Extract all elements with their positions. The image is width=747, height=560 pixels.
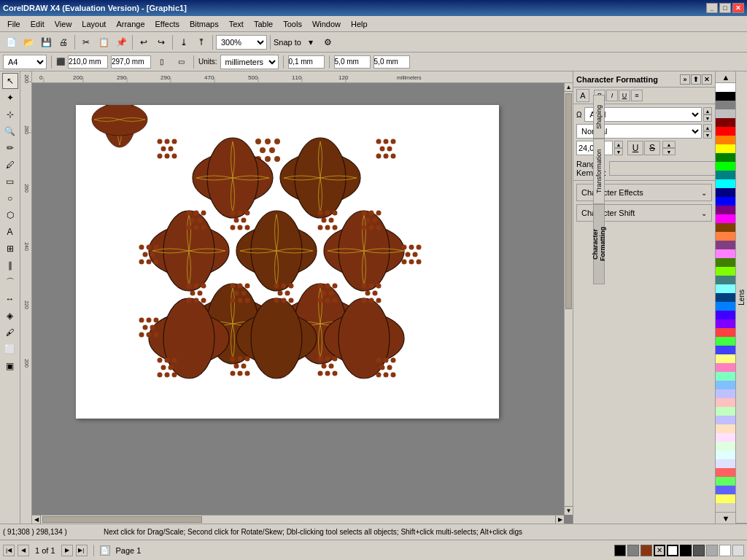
fill-color-indicator[interactable] (614, 545, 626, 556)
strikethrough-btn[interactable]: S (644, 141, 660, 155)
undo-button[interactable]: ↩ (136, 34, 152, 50)
palette-color[interactable] (716, 337, 735, 346)
palette-color[interactable] (716, 459, 735, 468)
palette-color[interactable] (716, 118, 735, 127)
close-button[interactable]: ✕ (732, 3, 744, 13)
palette-color[interactable] (716, 416, 735, 424)
paste-button[interactable]: 📌 (113, 34, 129, 50)
palette-color[interactable] (716, 302, 735, 311)
shape-tool[interactable]: ✦ (2, 90, 18, 106)
export-button[interactable]: ⤒ (193, 34, 209, 50)
rect-tool[interactable]: ▭ (2, 174, 18, 190)
snap-settings[interactable]: ⚙ (320, 34, 336, 50)
palette-color[interactable] (716, 477, 735, 486)
maximize-button[interactable]: □ (719, 3, 731, 13)
menu-arrange[interactable]: Arrange (112, 18, 149, 30)
palette-color[interactable] (716, 241, 735, 249)
font-size-down[interactable]: ▼ (614, 148, 623, 155)
palette-down[interactable]: ▼ (716, 512, 735, 524)
palette-color[interactable] (716, 249, 735, 258)
palette-color[interactable] (716, 407, 735, 416)
new-button[interactable]: 📄 (3, 34, 19, 50)
import-button[interactable]: ⤓ (176, 34, 192, 50)
light-swatch[interactable] (706, 545, 718, 556)
dimension-tool[interactable]: ↔ (2, 291, 18, 307)
palette-color[interactable] (716, 162, 735, 171)
portrait-btn[interactable]: ▯ (154, 54, 170, 70)
panel-float-btn[interactable]: ⬆ (691, 74, 701, 85)
copy-button[interactable]: 📋 (96, 34, 112, 50)
palette-color[interactable] (716, 372, 735, 381)
transformation-tab[interactable]: Transformation (593, 139, 605, 204)
palette-color[interactable] (716, 223, 735, 232)
zoom-tool[interactable]: 🔍 (2, 123, 18, 139)
palette-color[interactable] (716, 293, 735, 302)
scroll-left-arrow[interactable]: ◀ (32, 516, 41, 524)
connector-tool[interactable]: ⌒ (2, 274, 18, 290)
palette-color[interactable] (716, 486, 735, 494)
snap-dropdown[interactable]: ▾ (303, 34, 319, 50)
print-button[interactable]: 🖨 (55, 34, 71, 50)
palette-color[interactable] (716, 494, 735, 503)
landscape-btn[interactable]: ▭ (173, 54, 189, 70)
page-icon[interactable]: 📄 (100, 545, 110, 556)
char-formatting-tab[interactable]: Character Formatting (593, 204, 605, 284)
text-dn-btn[interactable]: ▼ (662, 148, 676, 155)
palette-color[interactable] (716, 144, 735, 153)
font-icon-btn[interactable]: A (576, 89, 589, 102)
scroll-down-arrow[interactable]: ▼ (565, 506, 573, 515)
palette-color[interactable] (716, 92, 735, 101)
palette-color[interactable] (716, 424, 735, 433)
outline-tool[interactable]: ⬜ (2, 341, 18, 357)
panel-header-buttons[interactable]: » ⬆ ✕ (680, 74, 712, 85)
parallel-tool[interactable]: ∥ (2, 257, 18, 273)
palette-color[interactable] (716, 328, 735, 337)
vertical-scrollbar[interactable]: ▲ ▼ (564, 83, 573, 515)
font-name-down[interactable]: ▼ (703, 114, 712, 122)
interactive-tool[interactable]: ◈ (2, 308, 18, 324)
palette-color[interactable] (716, 381, 735, 389)
panel-expand-btn[interactable]: » (680, 74, 690, 85)
font-size-up[interactable]: ▲ (614, 141, 623, 148)
lens-tab[interactable]: Lens (736, 71, 747, 524)
palette-color[interactable] (716, 258, 735, 267)
menu-window[interactable]: Window (308, 18, 345, 30)
shaping-tab[interactable]: Shaping (593, 95, 605, 139)
table-tool[interactable]: ⊞ (2, 241, 18, 257)
underline-btn[interactable]: U (619, 90, 630, 101)
palette-color[interactable] (716, 284, 735, 293)
palette-color[interactable] (716, 188, 735, 197)
palette-color[interactable] (716, 136, 735, 144)
menu-view[interactable]: View (50, 18, 77, 30)
zoom-select[interactable]: 300%100%200% (216, 35, 267, 50)
menu-effects[interactable]: Effects (151, 18, 184, 30)
pos-y-input[interactable] (374, 55, 410, 69)
hatch-swatch[interactable] (732, 545, 744, 556)
page-last-btn[interactable]: ▶| (76, 545, 88, 556)
text-up-btn[interactable]: ▲ (662, 141, 676, 148)
color-eyedrop[interactable]: 🖋 (2, 324, 18, 341)
font-name-up[interactable]: ▲ (703, 107, 712, 114)
scroll-thumb[interactable] (565, 93, 572, 309)
palette-color[interactable] (716, 276, 735, 284)
outline-color-indicator[interactable] (627, 545, 639, 556)
fill-tool[interactable]: ▣ (2, 358, 18, 374)
palette-color[interactable] (716, 398, 735, 407)
align-btn[interactable]: ≡ (631, 90, 643, 101)
palette-color[interactable] (716, 214, 735, 223)
palette-color[interactable] (716, 232, 735, 241)
menu-layout[interactable]: Layout (77, 18, 110, 30)
horizontal-scrollbar[interactable]: ◀ ▶ (32, 515, 564, 524)
open-button[interactable]: 📂 (20, 34, 36, 50)
page-first-btn[interactable]: |◀ (3, 545, 15, 556)
underline-style-btn[interactable]: U (627, 141, 643, 155)
freehand-tool[interactable]: ✏ (2, 140, 18, 156)
menu-bitmaps[interactable]: Bitmaps (185, 18, 223, 30)
menu-file[interactable]: File (3, 18, 25, 30)
pos-x-input[interactable] (334, 55, 371, 69)
menu-tools[interactable]: Tools (279, 18, 306, 30)
ellipse-tool[interactable]: ○ (2, 190, 18, 206)
palette-color[interactable] (716, 197, 735, 206)
font-style-up[interactable]: ▲ (703, 124, 712, 131)
palette-color[interactable] (716, 83, 735, 92)
